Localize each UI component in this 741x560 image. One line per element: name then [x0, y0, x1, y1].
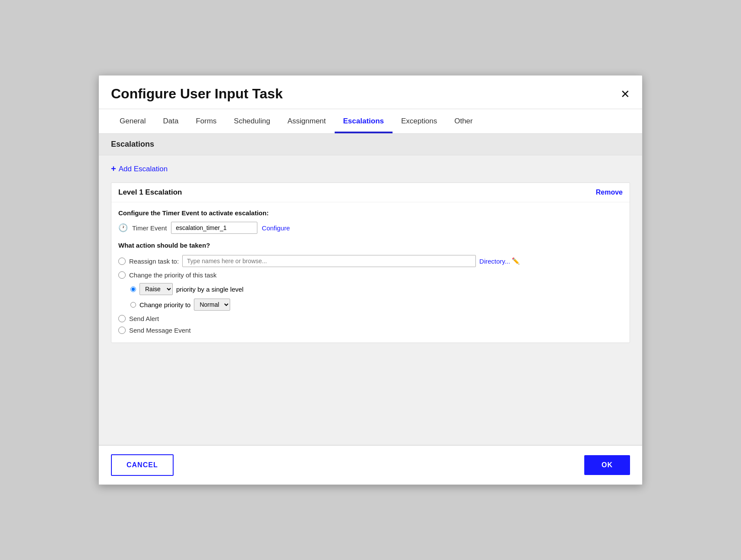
escalation-card-1: Level 1 Escalation Remove Configure the … [111, 182, 630, 343]
send-message-label: Send Message Event [129, 327, 191, 334]
configure-dialog: Configure User Input Task ✕ General Data… [98, 75, 643, 485]
edit-icon: ✏️ [512, 257, 520, 265]
reassign-radio[interactable] [118, 258, 126, 265]
timer-event-input[interactable] [171, 222, 257, 234]
escalations-section-header: Escalations [99, 134, 642, 155]
cancel-button[interactable]: CANCEL [111, 454, 174, 476]
timer-event-label: Timer Event [132, 224, 167, 232]
send-message-row: Send Message Event [118, 327, 623, 334]
change-priority-label: Change the priority of this task [129, 271, 217, 279]
change-priority-row: Change the priority of this task [118, 271, 623, 279]
tab-scheduling[interactable]: Scheduling [225, 109, 279, 133]
send-alert-row: Send Alert [118, 315, 623, 322]
tab-other[interactable]: Other [446, 109, 481, 133]
escalation-card-body: Configure the Timer Event to activate es… [111, 202, 630, 343]
tab-forms[interactable]: Forms [187, 109, 225, 133]
dialog-footer: CANCEL OK [99, 445, 642, 484]
raise-priority-radio[interactable] [130, 286, 136, 292]
plus-icon: + [111, 164, 116, 174]
raise-priority-label: priority by a single level [176, 286, 244, 293]
escalations-section-body: + Add Escalation Level 1 Escalation Remo… [99, 155, 642, 352]
ok-button[interactable]: OK [584, 455, 630, 475]
reassign-input[interactable] [182, 255, 476, 267]
change-priority-to-radio[interactable] [130, 302, 136, 308]
directory-link[interactable]: Directory... ✏️ [479, 257, 520, 265]
tab-bar: General Data Forms Scheduling Assignment… [99, 109, 642, 134]
directory-label: Directory... [479, 258, 510, 265]
tab-escalations[interactable]: Escalations [335, 109, 393, 133]
send-message-radio[interactable] [118, 327, 126, 334]
content-area: Escalations + Add Escalation Level 1 Esc… [99, 134, 642, 445]
change-priority-to-label: Change priority to [139, 301, 190, 308]
send-alert-radio[interactable] [118, 315, 126, 322]
tab-general[interactable]: General [111, 109, 154, 133]
dialog-title: Configure User Input Task [111, 86, 283, 102]
tab-exceptions[interactable]: Exceptions [393, 109, 446, 133]
priority-sub-options: Raise Lower priority by a single level C… [130, 283, 623, 311]
timer-row: 🕐 Timer Event Configure [118, 222, 623, 234]
add-escalation-button[interactable]: + Add Escalation [111, 164, 168, 174]
action-section-label: What action should be taken? [118, 242, 623, 249]
tab-assignment[interactable]: Assignment [279, 109, 335, 133]
reassign-label: Reassign task to: [129, 258, 179, 265]
action-options: Reassign task to: Directory... ✏️ Change… [118, 255, 623, 334]
escalation-card-title: Level 1 Escalation [118, 188, 182, 197]
raise-select[interactable]: Raise Lower [139, 283, 173, 295]
change-priority-radio[interactable] [118, 271, 126, 279]
add-escalation-label: Add Escalation [119, 165, 168, 173]
timer-section-label: Configure the Timer Event to activate es… [118, 209, 623, 217]
send-alert-label: Send Alert [129, 315, 159, 322]
close-button[interactable]: ✕ [621, 88, 630, 100]
escalation-card-header: Level 1 Escalation Remove [111, 183, 630, 202]
raise-priority-row: Raise Lower priority by a single level [130, 283, 623, 295]
remove-button[interactable]: Remove [596, 189, 623, 196]
tab-data[interactable]: Data [154, 109, 187, 133]
clock-icon: 🕐 [118, 223, 128, 233]
priority-select[interactable]: Normal Low High Critical [194, 299, 230, 311]
change-priority-to-row: Change priority to Normal Low High Criti… [130, 299, 623, 311]
reassign-row: Reassign task to: Directory... ✏️ [118, 255, 623, 267]
dialog-header: Configure User Input Task ✕ [99, 76, 642, 109]
configure-link[interactable]: Configure [262, 224, 290, 232]
